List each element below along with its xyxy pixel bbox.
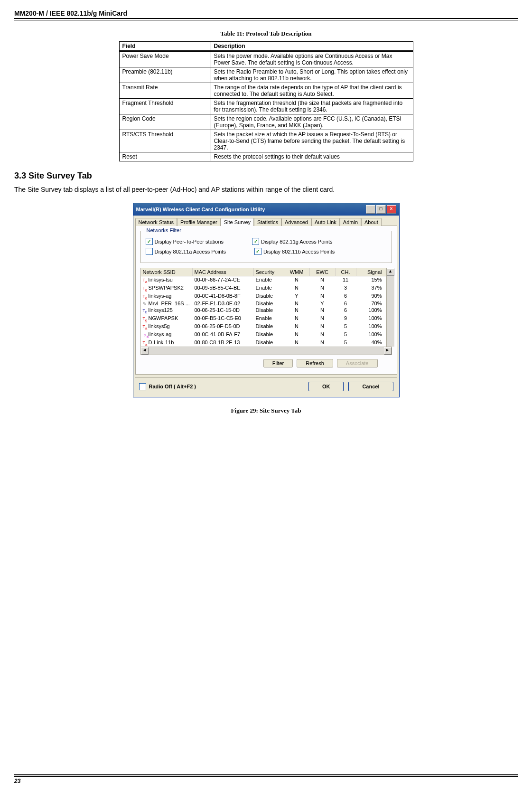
- cell-security: Disable: [254, 300, 284, 307]
- cell-signal: 100%: [356, 315, 386, 323]
- chk-80211g[interactable]: Display 802.11g Access Points: [252, 238, 332, 245]
- table-row: Fragment ThresholdSets the fragmentation…: [119, 99, 413, 114]
- tab-site-survey[interactable]: Site Survey: [221, 218, 254, 226]
- cell-security: Disable: [254, 307, 284, 315]
- cell-wmm: N: [284, 300, 310, 307]
- tab-advanced[interactable]: Advanced: [281, 218, 311, 226]
- col-wmm[interactable]: WMM: [284, 268, 310, 276]
- cell-ewc: N: [310, 307, 336, 315]
- col-security[interactable]: Security: [254, 268, 284, 276]
- tab-auto-link[interactable]: Auto Link: [311, 218, 340, 226]
- chk-80211b[interactable]: Display 802.11b Access Points: [254, 248, 335, 255]
- tab-profile-manager[interactable]: Profile Manager: [177, 218, 221, 226]
- cell-ssid: Tblinksys125: [141, 307, 193, 315]
- network-row[interactable]: ✎Mrvl_PER_16S ...02-FF-F1-D3-0E-02Disabl…: [141, 300, 386, 307]
- vertical-scrollbar[interactable]: ▲: [386, 268, 394, 347]
- cell-wmm: N: [284, 284, 310, 292]
- cell-ssid: Talinksys-tsu: [141, 276, 193, 284]
- cell-ch: 5: [336, 331, 356, 339]
- cell-ch: 6: [336, 300, 356, 307]
- chk-peer-to-peer[interactable]: Display Peer-To-Peer stations: [146, 238, 224, 245]
- refresh-button[interactable]: Refresh: [297, 359, 333, 367]
- checkbox-icon: [252, 238, 259, 245]
- cell-field: Transmit Rate: [119, 83, 211, 99]
- cell-mac: 00-06-25-1C-15-0D: [193, 307, 254, 315]
- cell-desc: Sets the region code. Available options …: [211, 114, 413, 130]
- ok-button[interactable]: OK: [308, 382, 344, 391]
- titlebar: Marvell(R) Wireless Client Card Configur…: [133, 203, 399, 216]
- tab-admin[interactable]: Admin: [340, 218, 361, 226]
- cell-wmm: N: [284, 276, 310, 284]
- cell-signal: 100%: [356, 307, 386, 315]
- col-ssid[interactable]: Network SSID: [141, 268, 193, 276]
- cell-ssid: TaD-Link-11b: [141, 339, 193, 347]
- scroll-right-icon[interactable]: ►: [384, 347, 392, 355]
- chk-80211a[interactable]: Display 802.11a Access Points: [146, 248, 226, 255]
- cell-mac: 02-FF-F1-D3-0E-02: [193, 300, 254, 307]
- network-row[interactable]: ☼alinksys-ag00-0C-41-0B-FA-F7DisableNN51…: [141, 331, 386, 339]
- tab-network-status[interactable]: Network Status: [135, 218, 177, 226]
- col-ewc[interactable]: EWC: [310, 268, 336, 276]
- network-type-icon: Ta: [143, 340, 148, 347]
- cell-security: Disable: [254, 331, 284, 339]
- cell-ch: 11: [336, 276, 356, 284]
- col-signal[interactable]: Signal: [356, 268, 386, 276]
- tab-statistics[interactable]: Statistics: [254, 218, 281, 226]
- col-ch[interactable]: CH.: [336, 268, 356, 276]
- network-type-icon: ✎: [143, 301, 148, 306]
- cell-ch: 5: [336, 323, 356, 331]
- cell-desc: Sets the power mode. Available options a…: [211, 51, 413, 67]
- maximize-button[interactable]: □: [376, 205, 386, 214]
- col-mac[interactable]: MAC Address: [193, 268, 254, 276]
- minimize-button[interactable]: _: [366, 205, 375, 214]
- cell-field: Preamble (802.11b): [119, 67, 211, 83]
- checkbox-icon: [146, 248, 153, 255]
- cell-mac: 00-0C-41-0B-FA-F7: [193, 331, 254, 339]
- window-title: Marvell(R) Wireless Client Card Configur…: [136, 207, 265, 212]
- grid-header: Network SSID MAC Address Security WMM EW…: [141, 268, 386, 276]
- close-button[interactable]: ×: [387, 205, 396, 214]
- cancel-button[interactable]: Cancel: [348, 382, 393, 391]
- chk-label: Display 802.11a Access Points: [155, 249, 226, 254]
- cell-ch: 5: [336, 339, 356, 347]
- network-row[interactable]: TaD-Link-11b00-80-C8-1B-2E-13DisableNN54…: [141, 339, 386, 347]
- network-row[interactable]: TgSPSWPAPSK200-09-5B-85-C4-BEEnableNN337…: [141, 284, 386, 292]
- cell-ssid: TgSPSWPAPSK2: [141, 284, 193, 292]
- cell-signal: 40%: [356, 339, 386, 347]
- cell-wmm: N: [284, 323, 310, 331]
- associate-button[interactable]: Associate: [337, 359, 378, 367]
- col-field: Field: [119, 42, 211, 51]
- cell-ewc: N: [310, 276, 336, 284]
- network-row[interactable]: Talinksys5g00-06-25-0F-D5-0DDisableNN510…: [141, 323, 386, 331]
- cell-wmm: N: [284, 339, 310, 347]
- scroll-left-icon[interactable]: ◄: [141, 347, 149, 355]
- cell-ewc: N: [310, 292, 336, 301]
- tab-about[interactable]: About: [361, 218, 382, 226]
- network-type-icon: ☼a: [143, 332, 148, 339]
- cell-security: Disable: [254, 323, 284, 331]
- network-type-icon: Ta: [143, 324, 148, 330]
- protocol-table: Field Description Power Save ModeSets th…: [119, 41, 413, 161]
- cell-field: Reset: [119, 152, 211, 161]
- network-row[interactable]: Tglinksys-ag00-0C-41-D8-0B-8FDisableYN69…: [141, 292, 386, 301]
- network-type-icon: Tg: [143, 316, 148, 322]
- cell-desc: Sets the fragmentation threshold (the si…: [211, 99, 413, 114]
- cell-mac: 00-0C-41-D8-0B-8F: [193, 292, 254, 301]
- bottom-panel: Radio Off ( Alt+F2 ) OK Cancel: [135, 377, 397, 395]
- cell-mac: 00-0F-B5-1C-C5-E0: [193, 315, 254, 323]
- filter-legend: Networks Filter: [145, 227, 183, 233]
- network-row[interactable]: TgNGWPAPSK00-0F-B5-1C-C5-E0EnableNN9100%: [141, 315, 386, 323]
- radio-off-checkbox[interactable]: Radio Off ( Alt+F2 ): [139, 383, 196, 390]
- cell-ch: 6: [336, 292, 356, 301]
- network-type-icon: Tb: [143, 308, 148, 314]
- cell-ch: 9: [336, 315, 356, 323]
- filter-button[interactable]: Filter: [263, 359, 293, 367]
- cell-ewc: N: [310, 315, 336, 323]
- network-row[interactable]: Talinksys-tsu00-0F-66-77-2A-CEEnableNN11…: [141, 276, 386, 284]
- networks-grid: Network SSID MAC Address Security WMM EW…: [140, 268, 392, 355]
- cell-desc: Resets the protocol settings to their de…: [211, 152, 413, 161]
- network-row[interactable]: Tblinksys12500-06-25-1C-15-0DDisableNN61…: [141, 307, 386, 315]
- cell-ssid: ☼alinksys-ag: [141, 331, 193, 339]
- scroll-up-icon[interactable]: ▲: [387, 268, 394, 276]
- chk-label: Display 802.11g Access Points: [261, 239, 332, 245]
